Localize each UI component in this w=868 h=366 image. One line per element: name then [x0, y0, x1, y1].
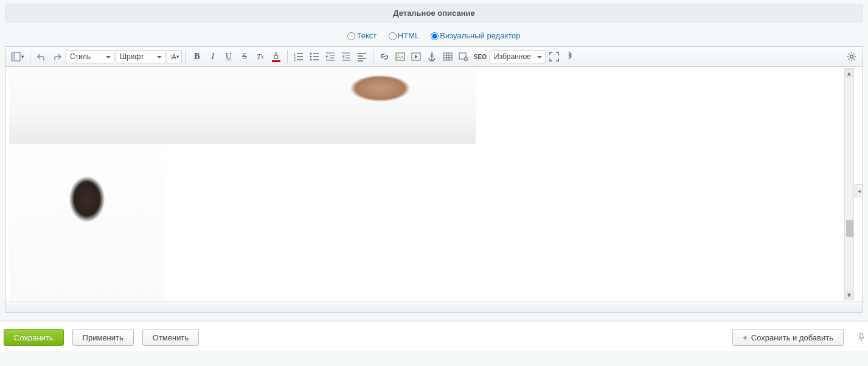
scroll-down-button[interactable]: ▼ [845, 290, 853, 300]
mode-html[interactable]: HTML [389, 31, 422, 40]
image-button[interactable] [393, 49, 408, 64]
indent-button[interactable] [339, 49, 353, 64]
plus-icon: + [743, 333, 748, 342]
rich-text-editor: ▾ Стиль Шрифт ↕A▾ B I U S Tx [5, 46, 863, 313]
mode-visual[interactable]: Визуальный редактор [431, 31, 520, 40]
action-bar: Сохранить Применить Отменить + Сохранить… [0, 320, 868, 351]
undo-button[interactable] [34, 49, 49, 64]
pin-icon[interactable] [858, 333, 864, 342]
mode-text[interactable]: Текст [347, 31, 378, 40]
svg-rect-33 [443, 53, 452, 60]
svg-rect-27 [396, 53, 404, 60]
table-button[interactable] [440, 49, 455, 64]
save-button[interactable]: Сохранить [4, 329, 64, 346]
svg-point-40 [850, 55, 853, 58]
side-panel-toggle[interactable]: ◂ [855, 184, 863, 197]
save-and-add-button[interactable]: + Сохранить и добавить [732, 329, 844, 346]
layout-columns-button[interactable]: ▾ [9, 49, 26, 64]
anchor-button[interactable] [425, 49, 439, 64]
unordered-list-button[interactable] [307, 49, 322, 64]
font-select[interactable]: Шрифт [116, 50, 165, 63]
content-image-1[interactable] [9, 67, 476, 144]
svg-point-13 [310, 59, 311, 61]
underline-button[interactable]: U [221, 49, 236, 64]
svg-point-30 [431, 53, 432, 55]
settings-button[interactable] [844, 49, 859, 64]
svg-point-28 [397, 55, 399, 57]
strikethrough-button[interactable]: S [237, 49, 252, 64]
fullscreen-button[interactable] [547, 49, 561, 64]
outdent-button[interactable] [323, 49, 338, 64]
clear-format-button[interactable]: Tx [253, 49, 268, 64]
video-button[interactable] [409, 49, 423, 64]
editor-toolbar: ▾ Стиль Шрифт ↕A▾ B I U S Tx [5, 47, 863, 67]
redo-button[interactable] [50, 49, 64, 64]
favorites-select[interactable]: Избранное [490, 50, 546, 63]
svg-point-11 [310, 56, 311, 58]
editor-statusbar [5, 301, 863, 312]
apply-button[interactable]: Применить [72, 329, 134, 346]
style-select[interactable]: Стиль [66, 50, 114, 63]
bold-button[interactable]: B [190, 49, 204, 64]
editor-content[interactable] [9, 67, 843, 301]
svg-rect-2 [12, 52, 15, 61]
more-button[interactable] [563, 49, 577, 64]
italic-button[interactable]: I [206, 49, 220, 64]
image-link-button[interactable] [456, 49, 471, 64]
vertical-scrollbar[interactable]: ▲ ▼ [844, 68, 854, 300]
svg-text:3: 3 [294, 58, 296, 62]
content-image-2[interactable] [9, 147, 164, 301]
svg-point-9 [310, 53, 311, 55]
seo-button[interactable]: SEO [472, 49, 488, 64]
align-button[interactable] [355, 49, 369, 64]
link-button[interactable] [377, 49, 392, 64]
section-title: Детальное описание [5, 4, 863, 23]
ordered-list-button[interactable]: 123 [291, 49, 306, 64]
font-size-button[interactable]: ↕A▾ [167, 50, 182, 63]
editor-mode-switch: Текст HTML Визуальный редактор [5, 23, 863, 46]
cancel-button[interactable]: Отменить [142, 329, 199, 346]
scroll-thumb[interactable] [846, 220, 853, 237]
text-color-button[interactable]: A [269, 49, 283, 64]
scroll-up-button[interactable]: ▲ [845, 69, 853, 78]
